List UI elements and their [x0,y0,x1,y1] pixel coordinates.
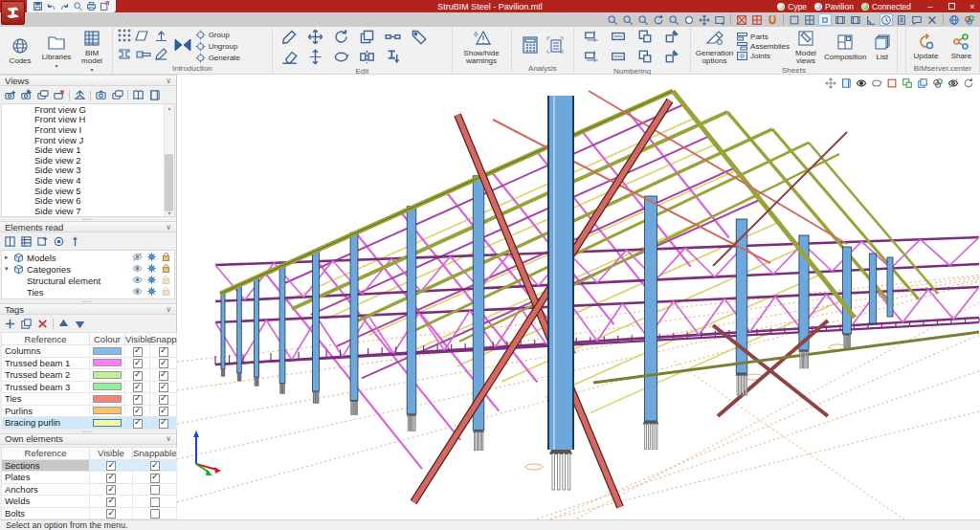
own-col-reference[interactable]: Reference [2,447,90,459]
tag-visible-cell[interactable] [125,357,150,368]
snappable-checkbox[interactable] [159,419,168,429]
view-item-side-view-1[interactable]: Side view 1 [2,144,174,155]
snappable-checkbox[interactable] [159,383,168,392]
maximize-button[interactable] [946,2,957,11]
grid-points-icon[interactable] [118,29,132,45]
own-element-row-plates[interactable]: Plates [2,472,177,483]
numbering-tool-8-icon[interactable] [664,49,679,66]
numbering-tool-3-icon[interactable] [637,29,653,46]
move-icon[interactable] [307,29,323,47]
bolt-plate-icon[interactable] [136,49,151,62]
window-single-icon[interactable] [788,13,801,26]
tag-row-ties[interactable]: Ties [2,393,177,405]
visible-checkbox[interactable] [106,509,116,519]
hide-elements-icon[interactable] [947,77,959,89]
delete-icon[interactable] [35,317,50,330]
connection-badge[interactable]: Connected [861,2,911,11]
element-row-ties[interactable]: Ties [2,286,174,298]
view-item-side-view-4[interactable]: Side view 4 [2,175,174,186]
snap-magnet-icon[interactable] [766,13,779,26]
own-snappable-cell[interactable] [133,507,177,519]
view-item-side-view-3[interactable]: Side view 3 [2,166,174,176]
undo-icon[interactable] [46,1,56,11]
tag-row-bracing-purlin[interactable]: Bracing purlin [2,417,177,429]
tag-colour-cell[interactable] [90,357,125,368]
group-button[interactable]: Group [195,30,240,40]
bim-model-button[interactable]: BIM model▾ [77,28,107,73]
snappable-checkbox[interactable] [150,474,160,483]
render-mode-icon[interactable] [931,77,944,89]
numbering-tool-7-icon[interactable] [637,49,653,66]
own-elements-panel-header[interactable]: Own elements∨ [0,433,176,445]
composition-button[interactable]: Composition [822,32,869,61]
window-reduced-icon[interactable] [818,13,832,26]
view-item-3d-views[interactable]: ∨3D views [2,216,174,218]
show-hide-warnings-button[interactable]: Show/hide warnings [457,28,507,66]
move-up-icon[interactable] [56,317,71,330]
axes-overlay-icon[interactable] [824,77,836,89]
view-item-front-view-j[interactable]: Front view J [2,135,174,145]
own-snappable-cell[interactable] [133,472,177,483]
tree-pin-icon[interactable] [68,234,82,248]
project-badge[interactable]: Pavilion [814,2,854,11]
own-col-snappable[interactable]: Snappable [133,447,177,459]
view-item-side-view-7[interactable]: Side view 7 [2,206,174,216]
tag-colour-cell[interactable] [90,369,125,381]
minimize-button[interactable]: – [924,2,936,11]
tags-col-snappable[interactable]: Snappable [150,333,177,345]
eraser-icon[interactable] [281,49,298,67]
snapshot-icon[interactable] [94,88,108,101]
clock-tool-icon[interactable] [880,13,893,26]
snap-points-icon[interactable] [735,13,748,26]
screen-capture-icon[interactable] [713,13,726,26]
generation-options-button[interactable]: Generation options [695,28,734,66]
tag-colour-cell[interactable] [90,417,125,429]
share-button[interactable]: Share [947,31,975,60]
tag-visible-cell[interactable] [125,381,150,392]
plane-icon[interactable] [135,30,151,45]
book-open-icon[interactable] [131,88,145,101]
eye-icon[interactable] [132,286,143,298]
own-element-row-welds[interactable]: Welds [2,496,177,507]
web-globe-icon[interactable] [947,13,961,26]
calculate-selection-icon[interactable] [546,35,565,56]
tag-row-trussed-beam-3[interactable]: Trussed beam 3 [2,381,177,392]
tag-colour-cell[interactable] [90,393,125,405]
view-item-side-view-5[interactable]: Side view 5 [2,186,174,196]
move-v-icon[interactable] [307,49,323,67]
snappable-checkbox[interactable] [159,359,168,368]
tag-row-columns[interactable]: Columns [2,345,177,357]
view-item-side-view-2[interactable]: Side view 2 [2,155,174,166]
parts-button[interactable]: Parts [737,33,790,41]
view-delete-icon[interactable] [52,88,66,101]
zoom-model-icon[interactable] [606,13,619,26]
add-icon[interactable] [3,317,17,330]
visible-checkbox[interactable] [133,395,143,405]
tags-panel-header[interactable]: Tags∨ [0,303,176,315]
ungroup-button[interactable]: Ungroup [195,41,240,52]
calculate-icon[interactable] [521,35,540,56]
view-item-front-view-h[interactable]: Front view H [2,115,174,125]
rotate-o-icon[interactable] [333,49,349,67]
zoom-previous-icon[interactable] [636,13,650,26]
visible-checkbox[interactable] [106,461,116,471]
tag-icon[interactable] [411,29,427,47]
own-visible-cell[interactable] [90,507,133,519]
model-viewport[interactable] [177,75,980,519]
view-edit-icon[interactable] [19,88,33,101]
eye-view-icon[interactable] [855,77,867,89]
print-icon[interactable] [86,1,97,11]
visible-checkbox[interactable] [133,383,143,392]
lock-icon[interactable] [161,286,171,298]
tag-snappable-cell[interactable] [150,405,177,416]
sketch-pencil-icon[interactable] [154,47,168,63]
workplane-green-icon[interactable] [901,77,913,89]
tree-split-icon[interactable] [3,234,17,248]
ibeam-down-icon[interactable] [385,49,401,67]
snappable-checkbox[interactable] [159,371,168,381]
own-visible-cell[interactable] [90,472,133,483]
tags-col-reference[interactable]: Reference [2,333,90,345]
window-film-icon[interactable] [834,13,847,26]
tree-grid-icon[interactable] [19,234,33,248]
tree-arrow-icon[interactable]: ▸ [5,254,13,261]
